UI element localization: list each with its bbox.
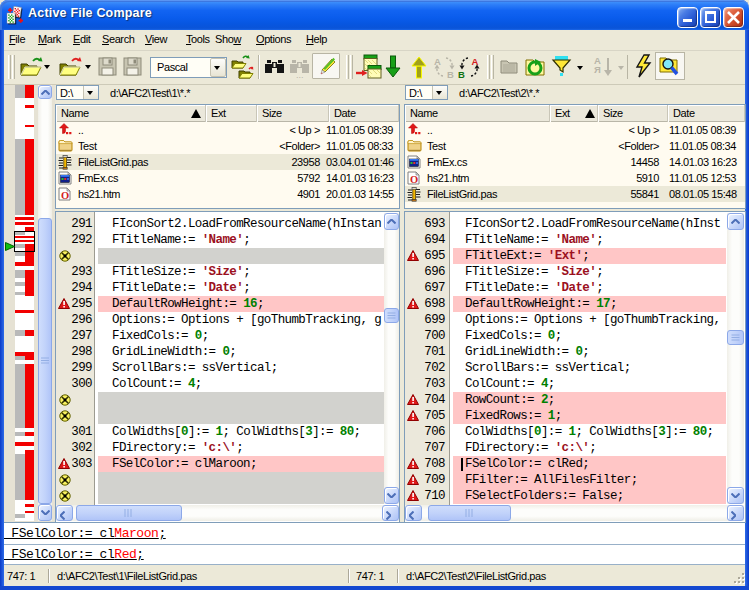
svg-text:B: B bbox=[458, 69, 465, 79]
svg-text:B: B bbox=[447, 69, 454, 79]
svg-text:O: O bbox=[410, 174, 418, 185]
svg-text:O: O bbox=[61, 190, 69, 201]
